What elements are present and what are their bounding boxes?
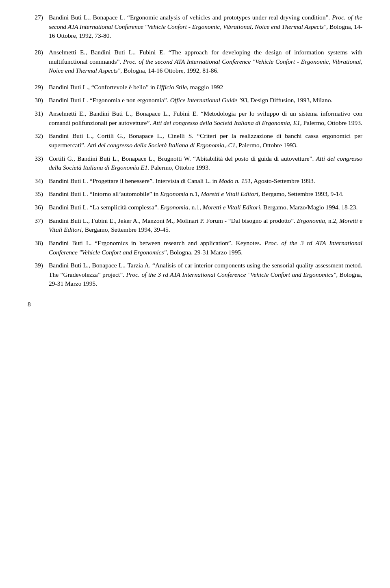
page-footer: 8 (28, 300, 362, 309)
list-item: 33)Cortili G., Bandini Buti L., Bonapace… (28, 154, 362, 172)
entry-number: 37) (28, 216, 49, 225)
entry-number: 34) (28, 177, 49, 185)
entry-text: Bandini Buti L., “Confortevole è bello” … (49, 83, 362, 92)
list-item: 36)Bandini Buti L. “La semplicità comple… (28, 203, 362, 212)
list-item: 38)Bandini Buti L. “Ergonomics in betwee… (28, 239, 362, 257)
list-item: 32)Bandini Buti L., Cortili G., Bonapace… (28, 131, 362, 150)
entry-number: 38) (28, 239, 49, 248)
entry-text: Cortili G., Bandini Buti L., Bonapace L.… (49, 154, 362, 172)
list-item: 27)Bandini Buti L., Bonapace L. “Ergonom… (28, 13, 362, 41)
list-item: 34)Bandini Buti L. “Progettare il beness… (28, 177, 362, 186)
entry-number: 39) (28, 261, 49, 270)
entry-text: Bandini Buti L. “Ergonomia e non ergonom… (49, 96, 362, 105)
entry-text: Bandini Buti L., Cortili G., Bonapace L.… (49, 131, 362, 150)
entry-text: Bandini Buti L., Bonapace L. “Ergonomic … (49, 13, 362, 41)
list-item: 28)Anselmetti E., Bandini Buti L., Fubin… (28, 48, 362, 75)
entry-text: Bandini Buti L. “Intorno all’automobile”… (49, 190, 362, 199)
entry-number: 29) (28, 83, 49, 92)
entry-text: Anselmetti E., Bandini Buti L., Fubini E… (49, 48, 362, 75)
entry-text: Bandini Buti L., Bonapace L., Tarzia A. … (49, 261, 362, 289)
entry-number: 27) (28, 13, 49, 22)
list-item: 31)Anselmetti E., Bandini Buti L., Bonap… (28, 109, 362, 127)
entry-text: Bandini Buti L., Fubini E., Jeker A., Ma… (49, 216, 362, 235)
entry-number: 31) (28, 109, 49, 118)
page-number: 8 (28, 301, 31, 308)
list-item: 29)Bandini Buti L., “Confortevole è bell… (28, 83, 362, 92)
entry-text: Bandini Buti L. “Progettare il benessere… (49, 177, 362, 186)
entry-number: 33) (28, 154, 49, 163)
reference-list: 27)Bandini Buti L., Bonapace L. “Ergonom… (28, 13, 362, 289)
entry-number: 36) (28, 203, 49, 212)
entry-text: Bandini Buti L. “Ergonomics in between r… (49, 239, 362, 257)
entry-number: 35) (28, 190, 49, 198)
list-item: 37)Bandini Buti L., Fubini E., Jeker A.,… (28, 216, 362, 235)
entry-text: Anselmetti E., Bandini Buti L., Bonapace… (49, 109, 362, 127)
list-item: 39)Bandini Buti L., Bonapace L., Tarzia … (28, 261, 362, 289)
list-item: 35)Bandini Buti L. “Intorno all’automobi… (28, 190, 362, 199)
list-item: 30)Bandini Buti L. “Ergonomia e non ergo… (28, 96, 362, 105)
entry-number: 28) (28, 48, 49, 57)
entry-text: Bandini Buti L. “La semplicità complessa… (49, 203, 362, 212)
entry-number: 32) (28, 131, 49, 140)
entry-number: 30) (28, 96, 49, 105)
